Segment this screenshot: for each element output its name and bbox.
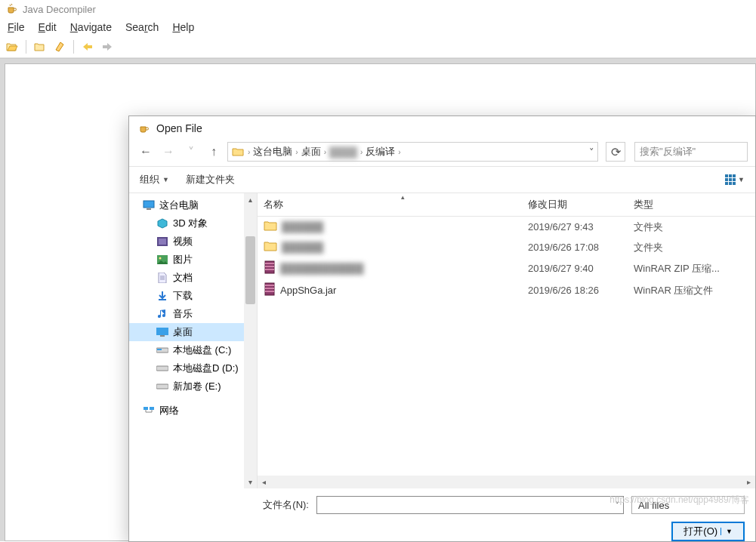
sidebar-item-this-pc[interactable]: 这台电脑 xyxy=(129,196,257,214)
sidebar-item-documents[interactable]: 文档 xyxy=(129,269,257,287)
column-name[interactable]: 名称 xyxy=(258,193,522,216)
archive-icon xyxy=(264,282,276,298)
menu-edit[interactable]: Edit xyxy=(39,21,57,33)
svg-rect-6 xyxy=(159,299,166,300)
svg-rect-0 xyxy=(143,201,154,208)
sidebar-item-network[interactable]: 网络 xyxy=(129,402,257,420)
file-date: 2019/6/27 9:43 xyxy=(522,220,628,234)
open-file-icon[interactable] xyxy=(5,39,20,54)
column-date[interactable]: 修改日期 xyxy=(522,193,628,216)
svg-rect-12 xyxy=(156,384,168,389)
documents-icon xyxy=(156,272,168,284)
scroll-track[interactable] xyxy=(270,476,742,488)
sidebar-item-disk-e[interactable]: 新加卷 (E:) xyxy=(129,377,257,396)
scroll-track[interactable] xyxy=(244,206,257,476)
file-date: 2019/6/27 9:40 xyxy=(522,261,628,276)
svg-rect-16 xyxy=(265,263,274,264)
menu-search[interactable]: Search xyxy=(125,21,159,33)
new-folder-button[interactable]: 新建文件夹 xyxy=(186,173,235,186)
menu-navigate[interactable]: Navigate xyxy=(70,21,112,33)
sidebar-item-disk-c[interactable]: 本地磁盘 (C:) xyxy=(129,341,257,359)
sidebar-scrollbar[interactable]: ▴ ▾ xyxy=(244,193,257,488)
filetype-select[interactable]: All files xyxy=(631,496,745,514)
file-row[interactable]: ██████2019/6/26 17:08文件夹 xyxy=(258,237,755,257)
svg-rect-20 xyxy=(265,285,274,286)
find-icon[interactable] xyxy=(52,39,67,54)
breadcrumb-target[interactable]: 反编译 xyxy=(366,145,395,159)
search-input[interactable]: 搜索"反编译" xyxy=(634,142,748,162)
filename-input[interactable]: ˅ xyxy=(316,496,624,514)
breadcrumb-hidden[interactable]: ████ xyxy=(329,146,357,158)
cube-icon xyxy=(156,217,168,229)
toolbar-separator xyxy=(26,40,26,54)
breadcrumb-this-pc[interactable]: 这台电脑 xyxy=(253,145,292,159)
sidebar-item-3d-objects[interactable]: 3D 对象 xyxy=(129,214,257,233)
sidebar-item-videos[interactable]: 视频 xyxy=(129,233,257,251)
sidebar-item-pictures[interactable]: 图片 xyxy=(129,251,257,269)
back-icon[interactable] xyxy=(80,39,95,54)
pictures-icon xyxy=(156,254,168,266)
organize-menu[interactable]: 组织▼ xyxy=(140,173,169,186)
sidebar-item-downloads[interactable]: 下载 xyxy=(129,287,257,305)
filename-label: 文件名(N): xyxy=(245,498,309,512)
svg-rect-11 xyxy=(156,366,168,371)
address-dropdown-icon[interactable]: ˅ xyxy=(589,146,594,158)
svg-rect-14 xyxy=(150,407,154,410)
archive-icon xyxy=(264,260,276,276)
menu-help[interactable]: Help xyxy=(172,21,194,33)
scroll-thumb[interactable] xyxy=(245,236,255,304)
file-rows: ██████2019/6/27 9:43文件夹██████2019/6/26 1… xyxy=(258,217,755,476)
refresh-icon[interactable]: ⟳ xyxy=(606,142,625,162)
sidebar-item-disk-d[interactable]: 本地磁盘D (D:) xyxy=(129,359,257,377)
svg-rect-13 xyxy=(143,407,148,410)
column-type[interactable]: 类型 xyxy=(628,193,733,216)
nav-up-icon[interactable]: ↑ xyxy=(205,143,223,161)
nav-back-icon[interactable]: ← xyxy=(137,143,155,161)
dialog-toolbar: 组织▼ 新建文件夹 ▼ xyxy=(129,167,755,192)
desktop-icon xyxy=(156,326,168,338)
disk-icon xyxy=(156,380,168,393)
scroll-down-icon[interactable]: ▾ xyxy=(244,476,257,488)
file-name: ██████ xyxy=(282,242,323,253)
dialog-icon xyxy=(138,122,150,134)
downloads-icon xyxy=(156,290,168,302)
chevron-right-icon: › xyxy=(324,148,326,156)
sidebar: 这台电脑 3D 对象 视频 图片 文档 下载 音乐 桌面 本地磁盘 (C:) 本… xyxy=(129,193,258,488)
titlebar: Java Decompiler xyxy=(0,0,756,18)
dialog-footer: 文件名(N): ˅ All files 打开(O)▼ xyxy=(129,488,755,541)
menu-file[interactable]: File xyxy=(8,21,25,33)
file-row[interactable]: ████████████2019/6/27 9:40WinRAR ZIP 压缩.… xyxy=(258,257,755,279)
file-type: WinRAR 压缩文件 xyxy=(628,282,733,299)
scroll-right-icon[interactable]: ▸ xyxy=(742,476,755,488)
view-options-icon[interactable]: ▼ xyxy=(725,174,745,185)
file-row[interactable]: ██████2019/6/27 9:43文件夹 xyxy=(258,217,755,237)
file-type: 文件夹 xyxy=(628,219,733,236)
open-button[interactable]: 打开(O)▼ xyxy=(671,522,745,541)
music-icon xyxy=(156,308,168,320)
svg-rect-18 xyxy=(265,269,274,270)
breadcrumb-desktop[interactable]: 桌面 xyxy=(301,145,321,159)
folder-icon xyxy=(264,240,277,254)
menubar: File Edit Navigate Search Help xyxy=(0,18,756,38)
open-folder-icon[interactable] xyxy=(32,39,48,54)
nav-recent-icon[interactable]: ˅ xyxy=(182,143,200,161)
dropdown-icon[interactable]: ˅ xyxy=(615,500,620,511)
chevron-right-icon: › xyxy=(295,148,298,156)
file-list-h-scrollbar[interactable]: ◂ ▸ xyxy=(258,476,755,488)
address-bar[interactable]: › 这台电脑 › 桌面 › ████ › 反编译 › ˅ xyxy=(227,142,598,162)
open-file-dialog: Open File ← → ˅ ↑ › 这台电脑 › 桌面 › ████ › 反… xyxy=(128,115,756,542)
scroll-left-icon[interactable]: ◂ xyxy=(258,476,270,488)
forward-icon[interactable] xyxy=(100,39,115,54)
svg-rect-10 xyxy=(157,349,162,350)
toolbar xyxy=(0,38,756,58)
file-name: ████████████ xyxy=(280,263,364,274)
video-icon xyxy=(156,236,168,248)
nav-forward-icon[interactable]: → xyxy=(159,143,177,161)
sidebar-item-desktop[interactable]: 桌面 xyxy=(129,323,257,341)
file-row[interactable]: AppShGa.jar2019/6/26 18:26WinRAR 压缩文件 xyxy=(258,279,755,301)
app-title: Java Decompiler xyxy=(23,4,96,15)
dialog-navbar: ← → ˅ ↑ › 这台电脑 › 桌面 › ████ › 反编译 › ˅ ⟳ 搜… xyxy=(129,142,755,167)
sidebar-item-music[interactable]: 音乐 xyxy=(129,305,257,323)
scroll-up-icon[interactable]: ▴ xyxy=(244,193,257,206)
chevron-right-icon: › xyxy=(398,148,400,156)
